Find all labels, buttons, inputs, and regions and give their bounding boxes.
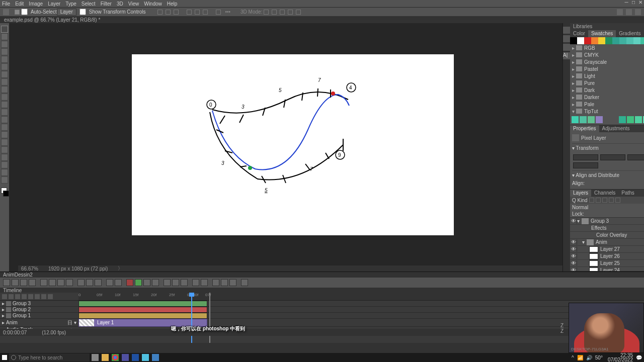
- swatch-folder[interactable]: ▸RGB: [570, 44, 644, 51]
- swatch[interactable]: [570, 37, 577, 44]
- chrome-icon[interactable]: [111, 353, 120, 361]
- swatch-folder[interactable]: ▾TipTut: [570, 108, 644, 115]
- tab-channels[interactable]: Channels: [591, 190, 618, 197]
- tab-libraries[interactable]: Libraries: [570, 23, 595, 30]
- ad-btn[interactable]: [212, 279, 219, 286]
- layer-row[interactable]: 👁Layer 24: [570, 267, 644, 271]
- menu-file[interactable]: File: [2, 1, 10, 7]
- heal-tool[interactable]: [1, 78, 8, 85]
- kind-filter[interactable]: Q Kind: [572, 198, 588, 203]
- tl-split[interactable]: [41, 294, 46, 299]
- swatch-folder[interactable]: ▸Pure: [570, 79, 644, 86]
- swatch[interactable]: [633, 37, 640, 44]
- timecode[interactable]: 0:00:00:07: [3, 330, 27, 335]
- menu-view[interactable]: View: [128, 1, 139, 7]
- tl-mute[interactable]: [28, 294, 33, 299]
- media-encoder-icon[interactable]: [121, 353, 130, 361]
- visibility-toggle[interactable]: 👁: [570, 239, 577, 245]
- home-icon[interactable]: [3, 9, 9, 15]
- eraser-tool[interactable]: [1, 109, 8, 116]
- distribute-icon[interactable]: [187, 10, 192, 15]
- dodge-tool[interactable]: [1, 131, 8, 138]
- taskbar-clock[interactable]: 22:35 07/02/2022: [608, 353, 633, 362]
- swatch[interactable]: [635, 116, 642, 123]
- paragraph-icon[interactable]: [563, 44, 570, 51]
- path-tool[interactable]: [1, 154, 8, 161]
- explorer-icon[interactable]: [101, 353, 110, 361]
- menu-image[interactable]: Image: [29, 1, 43, 7]
- tab-adjustments[interactable]: Adjustments: [599, 125, 633, 132]
- layer-row[interactable]: Color Overlay: [570, 232, 644, 239]
- ad-btn[interactable]: [201, 279, 208, 286]
- ad-btn[interactable]: [49, 279, 56, 286]
- layer-row[interactable]: 👁▾Anim: [570, 239, 644, 246]
- workspace-icon[interactable]: [626, 9, 632, 15]
- photoshop-icon[interactable]: [131, 353, 140, 361]
- autoselect-dropdown[interactable]: Layer: [57, 9, 76, 16]
- document-canvas[interactable]: 0 4 9 3 5 7 3 5 7: [132, 54, 454, 235]
- app-icon[interactable]: [141, 353, 150, 361]
- visibility-toggle[interactable]: 👁: [570, 267, 577, 271]
- tl-track-row[interactable]: ▸Group 1: [0, 313, 78, 319]
- eyedropper-tool[interactable]: [1, 71, 8, 78]
- tl-first-frame[interactable]: [2, 294, 7, 299]
- swatch[interactable]: [572, 116, 579, 123]
- visibility-toggle[interactable]: 👁: [570, 253, 577, 259]
- stamp-tool[interactable]: [1, 94, 8, 101]
- search-icon[interactable]: [617, 9, 623, 15]
- hand-tool[interactable]: [1, 169, 8, 176]
- marquee-tool[interactable]: [1, 33, 8, 40]
- swatch-folder[interactable]: ▸Grayscale: [570, 58, 644, 65]
- layer-row[interactable]: Effects: [570, 225, 644, 232]
- swatch[interactable]: [577, 37, 584, 44]
- timeline-ruler[interactable]: 005f10f15f20f25f01:00f07f: [78, 293, 644, 301]
- tab-layers[interactable]: Layers: [570, 190, 591, 197]
- tl-track-row[interactable]: ▸Group 3: [0, 301, 78, 307]
- ad-btn[interactable]: [106, 279, 113, 286]
- win-close[interactable]: ✕: [637, 0, 644, 6]
- auto-select-checkbox[interactable]: [21, 9, 28, 15]
- swatch[interactable]: [619, 37, 626, 44]
- ad-btn[interactable]: [192, 279, 199, 286]
- tab-color[interactable]: Color: [570, 30, 588, 37]
- menu-filter[interactable]: Filter: [101, 1, 112, 7]
- tl-clip[interactable]: [78, 301, 207, 307]
- pen-tool[interactable]: [1, 139, 8, 146]
- ad-btn[interactable]: [143, 279, 150, 286]
- transform-section[interactable]: Transform: [576, 145, 599, 151]
- swatch[interactable]: [591, 37, 598, 44]
- chevron-up-icon[interactable]: ^: [572, 355, 574, 360]
- ad-btn[interactable]: [40, 279, 47, 286]
- win-min[interactable]: ─: [623, 0, 630, 6]
- ad-btn[interactable]: [115, 279, 122, 286]
- document-tab[interactable]: example.psd @ 66.7% (Layer 21, RGB/8) *: [0, 16, 644, 23]
- swatch[interactable]: [598, 37, 605, 44]
- ad-btn[interactable]: [95, 279, 102, 286]
- ad-btn[interactable]: [181, 279, 188, 286]
- 3d-icon[interactable]: [296, 10, 301, 15]
- tl-track-row[interactable]: ▸Anim日 ▾: [0, 319, 78, 327]
- align-icon[interactable]: [174, 10, 179, 15]
- swatch[interactable]: [596, 116, 603, 123]
- visibility-toggle[interactable]: 👁: [570, 260, 577, 266]
- brush-icon[interactable]: [563, 35, 570, 42]
- notification-icon[interactable]: 💬: [636, 355, 642, 360]
- history-brush-tool[interactable]: [1, 101, 8, 108]
- tab-gradients[interactable]: Gradients: [616, 30, 643, 37]
- system-tray[interactable]: ^ 📶 🔊 50° 22:35 07/02/2022 💬: [569, 353, 644, 362]
- tl-next-frame[interactable]: [22, 294, 27, 299]
- swatch[interactable]: [627, 116, 634, 123]
- menu-select[interactable]: Select: [82, 1, 96, 7]
- swatch-folder[interactable]: ▸Darker: [570, 94, 644, 101]
- taskview-icon[interactable]: [91, 353, 100, 361]
- align-section[interactable]: Align and Distribute: [576, 172, 619, 178]
- color-swatch[interactable]: [0, 188, 9, 197]
- fps-label[interactable]: (12.00 fps): [42, 330, 66, 335]
- taskbar-search[interactable]: Type here to search: [9, 353, 90, 361]
- 3d-icon[interactable]: [264, 10, 269, 15]
- start-button[interactable]: [0, 353, 9, 362]
- blur-tool[interactable]: [1, 124, 8, 131]
- swatch-folder[interactable]: ▸CMYK: [570, 51, 644, 58]
- ad-btn[interactable]: [29, 279, 36, 286]
- shape-tool[interactable]: [1, 161, 8, 168]
